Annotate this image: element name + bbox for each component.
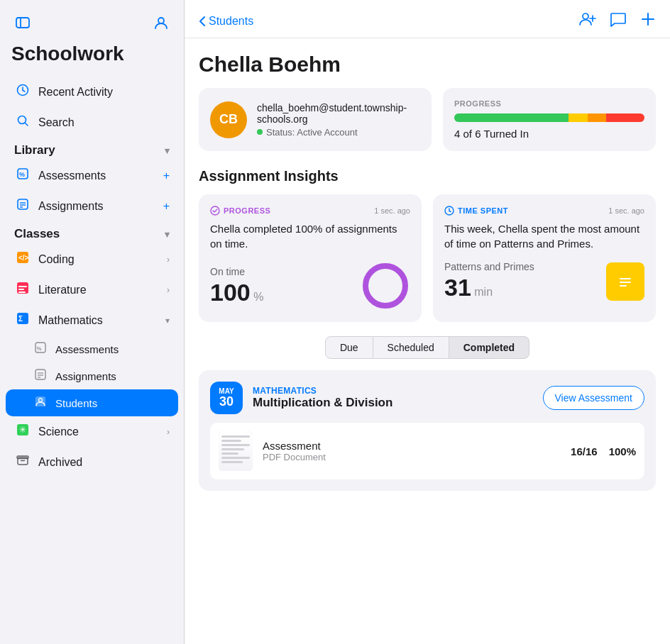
- assignment-item: MAY 30 MATHEMATICS Multiplication & Divi…: [199, 370, 656, 491]
- svg-point-40: [366, 266, 405, 306]
- filter-tab-completed[interactable]: Completed: [449, 336, 529, 359]
- svg-rect-0: [16, 18, 29, 28]
- sidebar-item-science[interactable]: ✳ Science ›: [6, 416, 178, 447]
- clock-icon: [14, 84, 31, 100]
- filter-tab-due[interactable]: Due: [325, 336, 373, 359]
- date-day: 30: [219, 395, 234, 409]
- add-assessment-button[interactable]: +: [163, 170, 170, 182]
- sidebar-item-coding[interactable]: </> Coding ›: [6, 244, 178, 274]
- archived-icon: [14, 454, 31, 470]
- svg-point-2: [158, 18, 164, 23]
- science-chevron-icon: ›: [167, 427, 170, 437]
- sidebar-item-archived-label: Archived: [38, 456, 170, 469]
- back-button[interactable]: Students: [199, 15, 253, 28]
- progress-bar-red: [606, 113, 644, 122]
- literature-icon: [14, 282, 31, 298]
- sidebar-item-math-assignments-label: Assignments: [55, 370, 116, 382]
- sidebar-item-assessments[interactable]: % Assessments +: [6, 160, 178, 191]
- on-time-label: On time: [210, 266, 263, 277]
- search-icon: [14, 114, 31, 131]
- sidebar-item-assessments-label: Assessments: [38, 170, 156, 182]
- literature-chevron-icon: ›: [167, 285, 170, 295]
- detail-info: Assessment PDF Document: [263, 440, 561, 462]
- svg-rect-8: [18, 199, 28, 209]
- add-student-button[interactable]: [579, 11, 596, 30]
- top-cards: CB chella_boehm@student.township-schools…: [199, 88, 656, 151]
- profile-button[interactable]: [150, 11, 172, 34]
- patterns-label: Patterns and Primes: [444, 261, 534, 272]
- progress-card-label: PROGRESS: [454, 99, 644, 108]
- time-insight-card: TIME SPENT 1 sec. ago This week, Chella …: [433, 194, 656, 322]
- classes-section-header[interactable]: Classes ▾: [6, 221, 178, 244]
- sidebar-item-math-assignments[interactable]: Assignments: [6, 362, 178, 389]
- library-section-header[interactable]: Library ▾: [6, 138, 178, 160]
- app-title: Schoolwork: [0, 40, 184, 77]
- progress-bar: [454, 113, 644, 122]
- time-metric: Patterns and Primes 31 min: [444, 261, 644, 301]
- sidebar-top: [0, 0, 184, 40]
- status-dot-icon: [257, 129, 263, 135]
- sidebar-item-literature[interactable]: Literature ›: [6, 274, 178, 305]
- add-button[interactable]: [640, 11, 656, 30]
- add-assignment-button[interactable]: +: [163, 200, 170, 213]
- sidebar-item-math-students[interactable]: Students: [6, 389, 178, 416]
- score-percent: 100%: [609, 445, 636, 457]
- date-month: MAY: [219, 387, 234, 395]
- progress-bar-green: [454, 113, 569, 122]
- assignment-date-badge: MAY 30: [210, 382, 243, 414]
- header-actions: [579, 11, 656, 30]
- filter-tab-scheduled[interactable]: Scheduled: [373, 336, 449, 359]
- sidebar-item-assignments-label: Assignments: [38, 200, 156, 213]
- svg-text:%: %: [19, 171, 25, 178]
- message-button[interactable]: [610, 11, 626, 30]
- score-fraction: 16/16: [571, 445, 598, 457]
- time-tag-label: TIME SPENT: [458, 206, 508, 215]
- coding-icon: </>: [14, 251, 31, 267]
- on-time-value: 100: [210, 279, 251, 306]
- science-icon: ✳: [14, 423, 31, 440]
- assignment-header: MAY 30 MATHEMATICS Multiplication & Divi…: [210, 382, 644, 414]
- sidebar: Schoolwork Recent Activity Search: [0, 0, 185, 644]
- svg-point-33: [583, 13, 588, 19]
- detail-title: Assessment: [263, 440, 561, 452]
- mathematics-icon: Σ: [14, 312, 31, 328]
- sidebar-item-search-label: Search: [38, 116, 170, 129]
- mathematics-chevron-icon: ▾: [165, 316, 170, 326]
- progress-tag-label: PROGRESS: [224, 206, 270, 215]
- collapse-sidebar-button[interactable]: [11, 11, 34, 34]
- sidebar-item-assignments[interactable]: Assignments +: [6, 191, 178, 221]
- sidebar-item-mathematics[interactable]: Σ Mathematics ▾: [6, 305, 178, 335]
- view-assessment-button[interactable]: View Assessment: [543, 386, 644, 410]
- svg-point-38: [211, 206, 219, 215]
- time-insight-text: This week, Chella spent the most amount …: [444, 221, 644, 251]
- progress-card: PROGRESS 4 of 6 Turned In: [443, 88, 656, 151]
- document-thumbnail: [219, 431, 253, 471]
- student-email: chella_boehm@student.township-schools.or…: [257, 102, 420, 125]
- insights-title: Assignment Insights: [199, 168, 656, 184]
- filter-tabs: Due Scheduled Completed: [199, 336, 656, 359]
- time-unit: min: [474, 286, 493, 298]
- assessments-icon: %: [14, 167, 31, 184]
- sidebar-item-archived[interactable]: Archived: [6, 447, 178, 477]
- sidebar-item-math-assessments[interactable]: % Assessments: [6, 335, 178, 362]
- progress-insight-text: Chella completed 100% of assignments on …: [210, 221, 410, 251]
- progress-bar-orange: [588, 113, 607, 122]
- svg-text:</>: </>: [18, 254, 29, 262]
- detail-type: PDF Document: [263, 452, 561, 462]
- svg-point-4: [18, 116, 26, 124]
- sidebar-item-recent-activity[interactable]: Recent Activity: [6, 77, 178, 107]
- svg-rect-16: [18, 289, 24, 290]
- progress-bar-yellow: [569, 113, 588, 122]
- profile-info: chella_boehm@student.township-schools.or…: [257, 102, 420, 138]
- sidebar-item-search[interactable]: Search: [6, 107, 178, 138]
- notepad-icon: [606, 262, 644, 301]
- student-name: Chella Boehm: [199, 52, 656, 77]
- students-icon: [33, 396, 48, 410]
- svg-line-5: [26, 123, 28, 126]
- main-content-area: Students: [185, 0, 670, 644]
- time-timestamp: 1 sec. ago: [608, 206, 644, 215]
- student-status: Status: Active Account: [257, 127, 420, 138]
- main-scrollable-content: Chella Boehm CB chella_boehm@student.tow…: [185, 38, 670, 644]
- main-header: Students: [185, 0, 670, 38]
- progress-metric: On time 100 %: [210, 261, 410, 311]
